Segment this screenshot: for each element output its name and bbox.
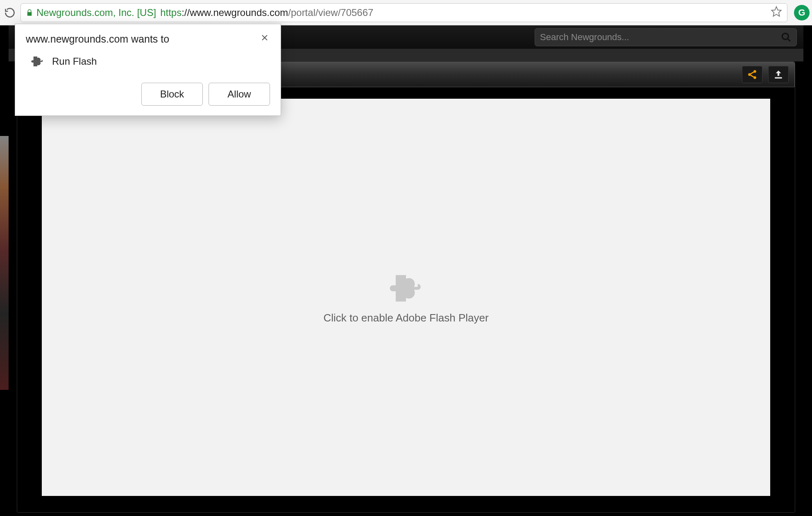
browser-toolbar: Newgrounds.com, Inc. [US] https://www.ne… <box>0 0 812 25</box>
share-button[interactable] <box>742 66 762 83</box>
extension-label: G <box>798 7 805 18</box>
address-bar[interactable]: Newgrounds.com, Inc. [US] https://www.ne… <box>20 3 787 22</box>
permission-item: Run Flash <box>26 55 270 68</box>
svg-point-1 <box>782 33 788 39</box>
upload-icon <box>773 69 784 80</box>
plugin-icon <box>31 55 44 68</box>
block-button[interactable]: Block <box>141 83 203 106</box>
titlebar-actions <box>742 66 789 83</box>
url-text: https://www.newgrounds.com/portal/view/7… <box>160 7 373 18</box>
search-icon[interactable] <box>781 32 792 43</box>
close-icon <box>261 34 268 41</box>
ev-certificate-badge[interactable]: Newgrounds.com, Inc. [US] <box>26 7 156 18</box>
svg-line-2 <box>788 38 790 41</box>
extension-button[interactable]: G <box>794 5 810 20</box>
permission-title: www.newgrounds.com wants to <box>26 33 169 45</box>
share-icon <box>747 69 758 80</box>
flash-placeholder[interactable]: Click to enable Adobe Flash Player <box>42 99 770 496</box>
star-icon <box>771 6 782 17</box>
reload-icon <box>4 7 16 18</box>
svg-marker-0 <box>771 7 781 16</box>
permission-item-label: Run Flash <box>52 56 97 67</box>
search-box[interactable] <box>535 28 797 46</box>
permission-actions: Block Allow <box>26 83 270 106</box>
bookmark-button[interactable] <box>771 6 782 20</box>
allow-button[interactable]: Allow <box>209 83 270 106</box>
ev-cert-name: Newgrounds.com, Inc. [US] <box>36 7 156 18</box>
reload-button[interactable] <box>2 5 17 20</box>
permission-popup: www.newgrounds.com wants to Run Flash Bl… <box>15 24 281 116</box>
content-panel: Click to enable Adobe Flash Player <box>17 61 795 513</box>
upload-button[interactable] <box>768 66 789 83</box>
search-input[interactable] <box>540 32 781 43</box>
puzzle-icon <box>388 271 424 306</box>
flash-message: Click to enable Adobe Flash Player <box>323 312 488 324</box>
permission-close-button[interactable] <box>259 33 270 44</box>
lock-icon <box>26 9 33 17</box>
